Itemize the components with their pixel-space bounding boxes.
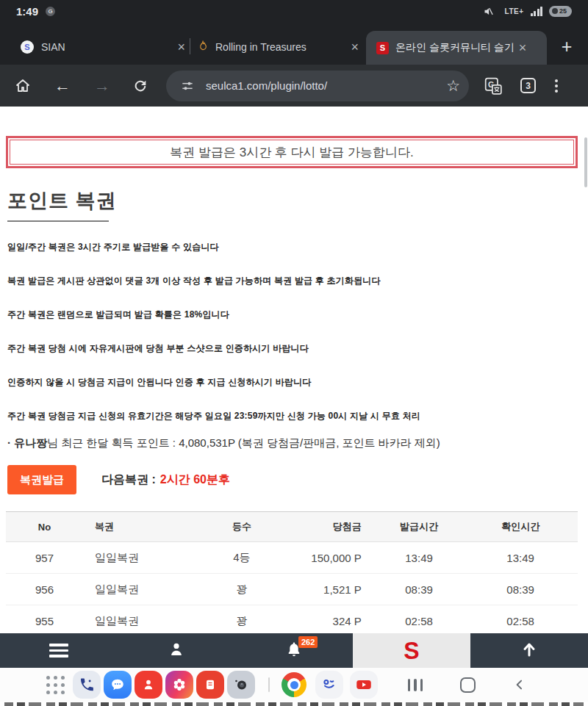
table-cell: 324 P [301,615,375,627]
menu-kebab-icon[interactable] [553,78,559,94]
camera-app-icon[interactable] [227,671,255,699]
up-arrow-icon [520,641,538,661]
android-taskbar [0,668,588,702]
table-cell: 956 [6,583,83,596]
notices: 일일/주간 복권은 3시간 주기로 발급받을 수 있습니다복권 발급은 게시판 … [7,241,588,422]
network-type-label: LTE+ [505,7,524,15]
title-underline [7,220,109,222]
scrollbar-thumb[interactable] [584,137,587,187]
tab-switcher-button[interactable]: 3 [520,78,536,93]
site-logo: S [404,636,419,665]
table-cell: 일일복권 [83,583,183,597]
notes-app-icon[interactable] [196,671,224,699]
scroll-to-top-button[interactable] [470,633,588,668]
gallery-app-icon[interactable] [165,671,193,699]
tab-favicon: S [21,40,34,54]
table-cell: 02:58 [375,615,464,627]
table-cell: 08:39 [375,583,464,596]
issue-lottery-button[interactable]: 복권발급 [7,465,76,494]
table-row: 956일일복권꽝1,521 P08:3908:39 [6,574,578,605]
tab-strip: S SIAN × Rolling in Treasures × S 온라인 슬롯… [0,22,588,65]
table-cell: 일일복권 [83,551,183,565]
forward-icon[interactable]: → [93,76,112,96]
back-icon[interactable]: ← [53,76,72,96]
app-drawer-icon[interactable] [41,671,69,699]
url-text: seulca1.com/plugin/lotto/ [206,79,446,92]
tab-slot-community-active[interactable]: S 온라인 슬롯커뮤니티 슬기 × [366,31,547,65]
tab-sian[interactable]: S SIAN × [21,29,188,65]
browser-toolbar: ← → seulca1.com/plugin/lotto/ ☆ G 3 [0,65,588,107]
points-summary-line: ·유나짱님 최근 한달 획득 포인트 : 4,080,531P (복권 당첨금/… [7,436,588,450]
bullet: · [7,436,11,449]
menu-button[interactable] [0,633,118,668]
close-tab-icon[interactable]: × [348,39,362,55]
phone-app-icon[interactable] [73,671,101,699]
next-lottery-countdown: 2시간 60분후 [160,473,230,486]
notice-line: 인증하지 않을 시 당첨금 지급이 안됩니다 인증 후 지급 신청하시기 바랍니… [7,376,588,389]
tab-title: SIAN [41,41,65,53]
notice-line: 주간 복권은 랜덤으로 발급되며 발급 확률은 18%입니다 [7,309,588,321]
clipped-text-strip [0,702,588,706]
reload-icon[interactable] [131,76,150,96]
close-tab-icon[interactable]: × [174,39,188,55]
table-header-cell: 확인시간 [463,520,578,533]
page-content: 복권 발급은 3시간 후 다시 발급 가능합니다. 포인트 복권 일일/주간 복… [0,107,588,633]
home-button[interactable] [453,674,481,696]
table-body: 957일일복권4등150,000 P13:4913:49956일일복권꽝1,52… [6,542,578,633]
tab-favicon: S [376,42,389,54]
person-icon [168,641,185,661]
table-row: 957일일복권4등150,000 P13:4913:49 [6,542,578,574]
profile-button[interactable] [118,633,235,668]
table-cell: 13:49 [463,552,578,564]
table-cell: 08:39 [463,583,578,596]
url-bar[interactable]: seulca1.com/plugin/lotto/ ☆ [166,71,469,101]
battery-icon: 25 [549,6,572,17]
vibrate-icon [479,1,498,21]
table-header-row: No복권등수당첨금발급시간확인시간 [6,511,578,542]
chrome-app-icon[interactable] [280,671,308,699]
tab-divider [190,38,190,54]
next-lottery-line: 다음복권 :2시간 60분후 [101,472,230,488]
site-settings-icon[interactable] [178,76,197,96]
taskbar-divider [268,677,270,692]
smiley-app-icon[interactable] [315,671,343,699]
notifications-button[interactable]: 262 [235,633,353,668]
flame-icon [197,39,209,55]
cooldown-alert-text: 복권 발급은 3시간 후 다시 발급 가능합니다. [170,144,414,161]
youtube-app-icon[interactable] [350,671,378,699]
tab-title: Rolling in Treasures [215,41,306,53]
clock: 1:49 [16,5,38,18]
notification-badge: 262 [298,636,318,648]
screen: 1:49 G LTE+ 25 S SIAN × [0,0,588,706]
new-tab-button[interactable]: + [554,34,579,59]
tab-title: 온라인 슬롯커뮤니티 슬기 [395,41,514,54]
lottery-history-table: No복권등수당첨금발급시간확인시간 957일일복권4등150,000 P13:4… [6,511,578,633]
table-cell: 4등 [183,551,300,565]
points-text: 님 최근 한달 획득 포인트 : 4,080,531P (복권 당첨금/판매금,… [47,436,440,449]
messages-app-icon[interactable] [104,671,132,699]
table-cell: 꽝 [183,614,300,628]
bookmark-star-icon[interactable]: ☆ [446,77,460,95]
table-cell: 955 [6,615,83,627]
home-icon[interactable] [13,76,32,96]
notice-line: 일일/주간 복권은 3시간 주기로 발급받을 수 있습니다 [7,241,588,253]
table-header-cell: 발급시간 [375,520,464,533]
notice-line: 주간 복권 당첨금 지급 신청의 유효기간은 해당주 일요일 23:59까지만 … [7,410,588,422]
tab-rolling-in-treasures[interactable]: Rolling in Treasures × [197,29,362,65]
site-footer-nav: 262 S [0,633,588,668]
table-header-cell: No [6,522,83,533]
notification-app-icon: G [46,7,55,16]
signal-strength-icon [531,7,543,16]
battery-percent: 25 [559,7,567,15]
site-logo-button[interactable]: S [353,633,470,668]
translate-icon[interactable]: G [484,76,503,96]
table-cell: 02:58 [463,615,578,627]
hamburger-icon [49,644,68,658]
cooldown-alert: 복권 발급은 3시간 후 다시 발급 가능합니다. [6,136,578,168]
table-cell: 꽝 [183,583,300,597]
android-back-button[interactable] [506,674,534,696]
recents-button[interactable] [401,674,429,696]
table-cell: 1,521 P [301,583,375,596]
contacts-app-icon[interactable] [135,671,162,699]
close-tab-icon[interactable]: × [516,40,530,56]
